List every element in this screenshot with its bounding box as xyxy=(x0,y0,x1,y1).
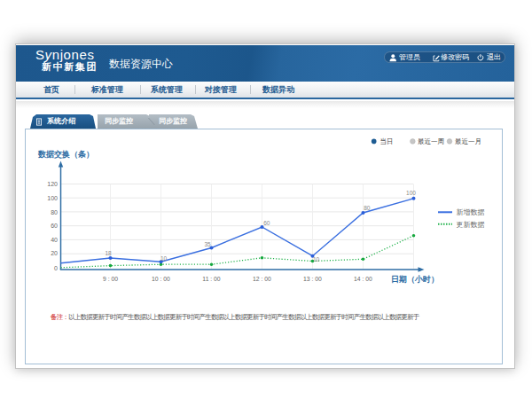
svg-text:80: 80 xyxy=(364,205,371,211)
svg-text:最近一月: 最近一月 xyxy=(455,137,481,145)
svg-text:10 : 00: 10 : 00 xyxy=(152,276,170,282)
svg-text:新增数据: 新增数据 xyxy=(457,208,485,216)
svg-text:20: 20 xyxy=(51,250,58,256)
svg-text:100: 100 xyxy=(406,190,416,196)
svg-text:35: 35 xyxy=(204,241,211,247)
svg-text:120: 120 xyxy=(47,181,58,187)
svg-text:10: 10 xyxy=(313,256,320,262)
svg-text:当日: 当日 xyxy=(379,137,393,145)
svg-text:9 : 00: 9 : 00 xyxy=(103,276,118,282)
svg-text:40: 40 xyxy=(51,237,58,243)
svg-text:14 : 00: 14 : 00 xyxy=(354,276,372,282)
svg-text:更新数据: 更新数据 xyxy=(457,221,485,229)
svg-text:12 : 00: 12 : 00 xyxy=(253,276,271,282)
svg-text:80: 80 xyxy=(51,209,58,215)
svg-text:日期（小时）: 日期（小时） xyxy=(391,275,439,284)
svg-text:100: 100 xyxy=(47,195,58,201)
svg-text:10: 10 xyxy=(160,255,168,262)
svg-text:60: 60 xyxy=(51,223,58,229)
svg-text:11 : 00: 11 : 00 xyxy=(202,276,221,282)
svg-text:数据交换（条）: 数据交换（条） xyxy=(37,150,94,159)
svg-text:13 : 00: 13 : 00 xyxy=(303,276,322,282)
svg-text:60: 60 xyxy=(263,220,270,226)
svg-text:18: 18 xyxy=(105,250,112,256)
svg-text:最近一周: 最近一周 xyxy=(418,137,444,145)
svg-text:0: 0 xyxy=(54,265,58,271)
